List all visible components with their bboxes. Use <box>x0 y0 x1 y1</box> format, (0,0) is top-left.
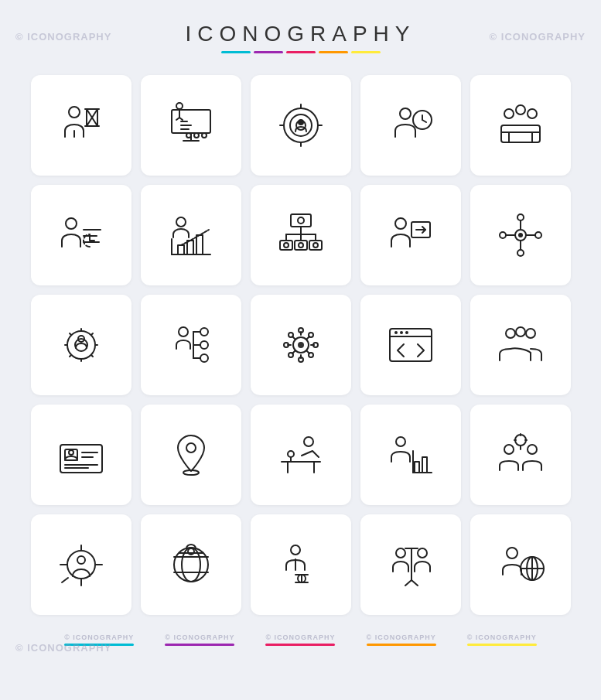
svg-point-55 <box>284 243 289 248</box>
network-person-icon <box>493 208 548 262</box>
icon-card-person-scale[interactable] <box>360 514 461 615</box>
svg-point-56 <box>299 243 303 248</box>
icon-card-person-hourglass[interactable] <box>31 75 131 176</box>
icon-card-person-arrow[interactable] <box>360 185 461 285</box>
icon-card-person-money[interactable] <box>251 514 351 615</box>
svg-point-58 <box>395 218 406 229</box>
person-globe-icon <box>493 538 548 592</box>
svg-point-86 <box>299 357 303 362</box>
icon-card-team-meeting[interactable] <box>470 75 571 176</box>
org-chart-icon <box>274 208 328 262</box>
svg-point-30 <box>504 109 514 118</box>
icon-card-location-person[interactable] <box>141 405 241 505</box>
svg-rect-43 <box>187 241 193 254</box>
bottom-bar-label-1: © ICONOGRAPHY <box>64 633 134 641</box>
svg-point-121 <box>288 451 294 457</box>
person-chart-icon <box>164 208 218 262</box>
svg-rect-44 <box>196 235 203 254</box>
svg-point-116 <box>183 470 199 475</box>
svg-point-105 <box>506 329 515 338</box>
bottom-bar-line-1 <box>64 644 134 646</box>
svg-point-156 <box>396 548 405 558</box>
icon-card-person-nodes[interactable] <box>141 295 241 395</box>
svg-point-123 <box>396 437 405 446</box>
icon-card-team-idea[interactable] <box>470 405 571 505</box>
bottom-bar-line-2 <box>165 644 234 646</box>
icon-card-global-network[interactable] <box>141 514 241 615</box>
svg-point-65 <box>500 232 506 238</box>
svg-rect-5 <box>172 110 210 133</box>
svg-rect-127 <box>422 457 427 473</box>
svg-point-115 <box>186 443 196 452</box>
icon-card-person-search[interactable] <box>31 514 131 615</box>
icon-card-group-people[interactable] <box>470 295 571 395</box>
icon-card-org-chart[interactable] <box>251 185 351 285</box>
person-bar-chart-icon <box>384 428 438 482</box>
icon-card-person-clock[interactable] <box>360 75 461 176</box>
svg-point-31 <box>528 109 537 118</box>
svg-point-57 <box>313 243 318 248</box>
icon-card-network-person[interactable] <box>470 185 571 285</box>
svg-line-11 <box>179 118 183 120</box>
bottom-bar-line-3 <box>265 644 335 646</box>
bottom-bars: © ICONOGRAPHY © ICONOGRAPHY © ICONOGRAPH… <box>0 623 601 654</box>
person-clock-icon <box>384 98 438 152</box>
svg-point-157 <box>418 548 427 558</box>
header-underline <box>0 51 601 53</box>
bottom-bar-line-4 <box>367 644 436 646</box>
svg-point-26 <box>400 108 411 119</box>
svg-rect-33 <box>501 125 540 142</box>
virus-network-icon <box>274 318 328 372</box>
svg-point-129 <box>528 445 537 454</box>
svg-point-104 <box>405 331 408 334</box>
svg-rect-126 <box>415 462 419 473</box>
svg-point-92 <box>309 333 313 337</box>
person-arrow-icon <box>384 208 438 262</box>
svg-line-161 <box>411 580 418 586</box>
target-person-icon <box>274 98 328 152</box>
icon-card-person-chart[interactable] <box>141 185 241 285</box>
bottom-bar-group-3: © ICONOGRAPHY <box>265 633 335 646</box>
bottom-bar-label-4: © ICONOGRAPHY <box>367 633 436 641</box>
underline-bar-5 <box>351 51 381 53</box>
team-idea-icon <box>493 428 548 482</box>
svg-point-102 <box>394 331 398 334</box>
icon-card-presentation[interactable] <box>141 75 241 176</box>
bottom-bar-group-4: © ICONOGRAPHY <box>367 633 436 646</box>
person-scale-icon <box>384 538 438 592</box>
underline-bar-3 <box>286 51 316 53</box>
svg-point-8 <box>176 103 183 109</box>
icon-card-person-desk[interactable] <box>251 405 351 505</box>
icon-card-virus-network[interactable] <box>251 295 351 395</box>
icon-card-code-window[interactable] <box>360 295 461 395</box>
bottom-bar-group-2: © ICONOGRAPHY <box>165 633 234 646</box>
svg-point-25 <box>298 119 304 125</box>
bottom-bar-group-1: © ICONOGRAPHY <box>64 633 134 646</box>
svg-point-16 <box>202 133 207 138</box>
svg-point-162 <box>507 548 517 558</box>
icon-card-person-globe[interactable] <box>470 514 571 615</box>
svg-point-63 <box>517 214 524 220</box>
svg-point-99 <box>298 342 304 348</box>
icon-card-id-card[interactable] <box>31 405 131 505</box>
svg-point-96 <box>309 353 313 357</box>
bottom-bar-group-5: © ICONOGRAPHY <box>467 633 537 646</box>
icon-card-person-stats[interactable] <box>31 185 131 285</box>
svg-point-117 <box>304 437 313 446</box>
icon-card-gear-person[interactable] <box>31 295 131 395</box>
person-desk-icon <box>274 428 328 482</box>
icon-card-person-bar-chart[interactable] <box>360 405 461 505</box>
svg-line-29 <box>422 120 426 122</box>
svg-point-128 <box>504 445 514 454</box>
svg-point-15 <box>194 133 199 138</box>
underline-bar-2 <box>254 51 283 53</box>
svg-point-88 <box>284 343 289 347</box>
svg-rect-54 <box>309 241 322 250</box>
svg-point-17 <box>186 133 191 138</box>
svg-point-75 <box>200 328 208 336</box>
svg-point-148 <box>291 545 300 555</box>
person-hourglass-icon <box>54 98 108 152</box>
bottom-bar-label-2: © ICONOGRAPHY <box>165 633 234 641</box>
svg-rect-45 <box>291 214 311 227</box>
icon-card-target-person[interactable] <box>251 75 351 176</box>
